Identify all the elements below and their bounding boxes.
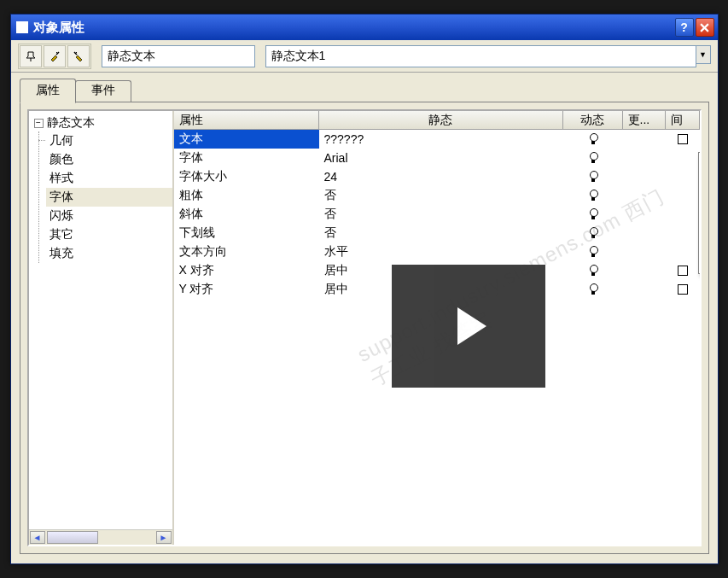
cell-static[interactable]: 否 [319, 224, 563, 242]
grid-row[interactable]: 文本?????? [174, 130, 700, 149]
bulb-icon [587, 152, 599, 164]
cell-indirect[interactable] [666, 130, 700, 149]
cell-update[interactable] [623, 167, 666, 186]
cell-dynamic[interactable] [563, 167, 623, 186]
cell-indirect[interactable] [666, 149, 700, 167]
tab-properties[interactable]: 属性 [20, 79, 76, 103]
cell-dynamic[interactable] [563, 130, 623, 149]
bulb-icon [587, 283, 599, 295]
bulb-icon [587, 246, 599, 258]
tree-root[interactable]: − 静态文本 [34, 114, 172, 131]
cell-dynamic[interactable] [563, 205, 623, 224]
cell-update[interactable] [623, 242, 666, 261]
cell-dynamic[interactable] [563, 242, 623, 261]
property-grid: 属性 静态 动态 更... 间 文本??????字体Arial字体大小24粗体否… [174, 111, 700, 545]
eyedropper-left-button[interactable] [67, 45, 90, 67]
cell-update[interactable] [623, 205, 666, 224]
cell-indirect[interactable] [666, 167, 700, 186]
cell-update[interactable] [623, 186, 666, 205]
checkbox[interactable] [678, 134, 688, 144]
tree-item-font[interactable]: 字体 [46, 188, 172, 207]
cell-update[interactable] [623, 224, 666, 242]
cell-update[interactable] [623, 280, 666, 299]
grid-row[interactable]: 文本方向水平 [174, 242, 700, 261]
cell-attr[interactable]: X 对齐 [174, 261, 319, 280]
split-panel: − 静态文本 几何 颜色 样式 字体 闪烁 其它 填充 ◄ [27, 109, 702, 546]
bulb-icon [587, 190, 599, 201]
scroll-left-button[interactable]: ◄ [30, 531, 45, 544]
cell-indirect[interactable] [666, 224, 700, 242]
cell-attr[interactable]: 粗体 [174, 186, 319, 205]
cell-static[interactable]: 水平 [319, 242, 563, 261]
cell-indirect[interactable] [666, 280, 700, 299]
cell-update[interactable] [623, 130, 666, 149]
cell-dynamic[interactable] [563, 261, 623, 280]
col-dynamic[interactable]: 动态 [563, 111, 623, 129]
cell-attr[interactable]: 斜体 [174, 205, 319, 224]
cell-indirect[interactable] [666, 205, 700, 224]
cell-attr[interactable]: 字体大小 [174, 167, 319, 186]
close-button[interactable] [696, 18, 714, 37]
grid-row[interactable]: 字体大小24 [174, 167, 700, 186]
category-tree: − 静态文本 几何 颜色 样式 字体 闪烁 其它 填充 ◄ [29, 111, 174, 545]
col-indirect[interactable]: 间 [666, 111, 700, 129]
tree-item-style[interactable]: 样式 [46, 169, 172, 188]
col-attribute[interactable]: 属性 [174, 111, 319, 129]
cell-update[interactable] [623, 149, 666, 167]
cell-indirect[interactable] [666, 261, 700, 280]
cell-attr[interactable]: 文本 [174, 130, 319, 149]
titlebar[interactable]: 对象属性 ? [11, 15, 718, 40]
tree-hscroll[interactable]: ◄ ► [29, 529, 172, 545]
cell-dynamic[interactable] [563, 149, 623, 167]
collapse-icon[interactable]: − [34, 119, 44, 128]
tool-group [18, 44, 91, 69]
object-name-field[interactable]: 静态文本1 [265, 45, 696, 67]
cell-dynamic[interactable] [563, 186, 623, 205]
cell-dynamic[interactable] [563, 280, 623, 299]
grid-row[interactable]: 粗体否 [174, 186, 700, 205]
scroll-right-button[interactable]: ► [156, 531, 172, 544]
help-button[interactable]: ? [675, 18, 694, 37]
cell-attr[interactable]: 下划线 [174, 224, 319, 242]
col-static[interactable]: 静态 [319, 111, 563, 129]
grid-row[interactable]: 斜体否 [174, 205, 700, 224]
scroll-thumb[interactable] [47, 531, 98, 544]
cell-static[interactable]: ?????? [319, 130, 563, 149]
context-menu: 动态对话框... C 动作... VBS 动作... 变量... 删除 [698, 152, 700, 274]
cell-attr[interactable]: Y 对齐 [174, 280, 319, 299]
object-name-dropdown[interactable]: ▼ [696, 45, 711, 64]
cell-attr[interactable]: 文本方向 [174, 242, 319, 261]
tree-body[interactable]: − 静态文本 几何 颜色 样式 字体 闪烁 其它 填充 [29, 111, 172, 529]
bulb-icon [587, 265, 599, 277]
tree-item-color[interactable]: 颜色 [46, 150, 172, 169]
cell-indirect[interactable] [666, 242, 700, 261]
toolbar: 静态文本 静态文本1 ▼ [11, 40, 718, 73]
bulb-icon [587, 208, 599, 220]
eyedropper-right-button[interactable] [44, 45, 66, 67]
cell-static[interactable]: 24 [319, 167, 563, 186]
checkbox[interactable] [678, 284, 688, 295]
grid-row[interactable]: 字体Arial [174, 149, 700, 167]
tree-item-geometry[interactable]: 几何 [46, 131, 172, 150]
grid-header: 属性 静态 动态 更... 间 [174, 111, 700, 130]
cell-static[interactable]: 否 [319, 205, 563, 224]
tree-item-blink[interactable]: 闪烁 [46, 207, 172, 225]
tab-bar: 属性 事件 [11, 73, 718, 102]
cell-indirect[interactable] [666, 186, 700, 205]
dialog-window: 对象属性 ? 静态文本 静态文本1 ▼ 属性 事件 [10, 14, 719, 564]
grid-body[interactable]: 文本??????字体Arial字体大小24粗体否斜体否下划线否文本方向水平X 对… [174, 130, 700, 545]
cell-dynamic[interactable] [563, 224, 623, 242]
tree-item-other[interactable]: 其它 [46, 225, 172, 244]
cell-static[interactable]: Arial [319, 149, 563, 167]
col-update[interactable]: 更... [623, 111, 666, 129]
window-title: 对象属性 [33, 20, 675, 36]
grid-row[interactable]: 下划线否 [174, 224, 700, 242]
cell-attr[interactable]: 字体 [174, 149, 319, 167]
tree-item-fill[interactable]: 填充 [46, 244, 172, 263]
cell-update[interactable] [623, 261, 666, 280]
video-overlay[interactable] [392, 265, 545, 388]
cell-static[interactable]: 否 [319, 186, 563, 205]
checkbox[interactable] [678, 266, 688, 276]
pin-button[interactable] [20, 45, 42, 67]
object-type-field[interactable]: 静态文本 [102, 45, 255, 67]
